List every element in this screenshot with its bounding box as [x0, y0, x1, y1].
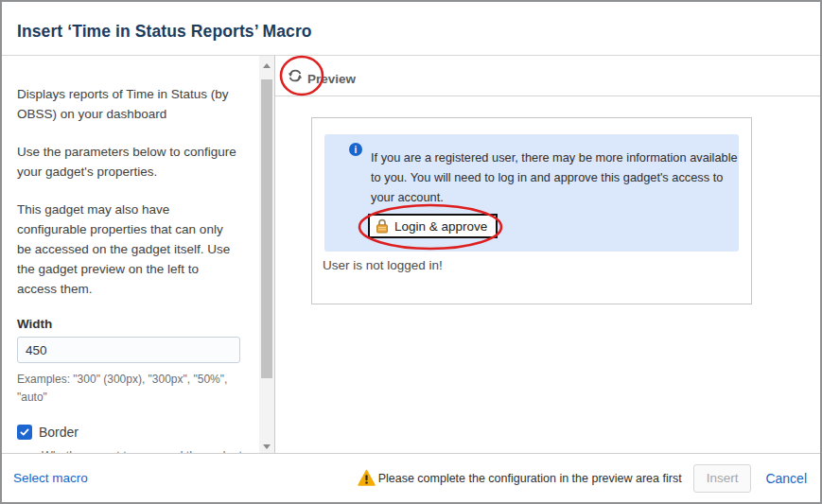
- login-approve-label: Login & approve: [394, 219, 487, 234]
- preview-panel: Preview i If you are a registered user, …: [274, 56, 820, 457]
- gadget-preview-box: i If you are a registered user, there ma…: [311, 117, 752, 304]
- warning-icon: [358, 469, 376, 487]
- check-icon: [19, 426, 30, 438]
- refresh-button[interactable]: [285, 66, 306, 87]
- scrollbar-thumb[interactable]: [261, 79, 272, 378]
- preview-label: Preview: [307, 72, 356, 86]
- border-checkbox-label: Border: [39, 425, 79, 440]
- insert-button[interactable]: Insert: [693, 464, 752, 493]
- macro-description: Displays reports of Time in Status (by O…: [17, 84, 237, 124]
- scrollbar-down-arrow-icon[interactable]: [263, 444, 271, 449]
- login-status-text: User is not logged in!: [323, 258, 443, 272]
- width-input[interactable]: [17, 337, 240, 363]
- gadget-properties-note: This gadget may also have configurable p…: [17, 200, 237, 299]
- insert-macro-dialog: Insert ‘Time in Status Reports’ Macro Di…: [0, 0, 822, 504]
- scrollbar-up-arrow-icon[interactable]: [263, 63, 271, 68]
- width-field-help: Examples: "300" (300px), "300px", "50%",…: [17, 371, 237, 407]
- info-message-text: If you are a registered user, there may …: [371, 148, 738, 207]
- dialog-title: Insert ‘Time in Status Reports’ Macro: [17, 22, 312, 42]
- parameters-hint: Use the parameters below to configure yo…: [17, 142, 237, 182]
- dialog-footer: Select macro Please complete the configu…: [2, 453, 820, 502]
- login-approve-button[interactable]: Login & approve: [368, 214, 498, 238]
- refresh-icon: [286, 66, 305, 85]
- config-panel: Displays reports of Time in Status (by O…: [2, 56, 259, 457]
- select-macro-link[interactable]: Select macro: [13, 471, 88, 485]
- config-scrollbar[interactable]: [259, 56, 274, 457]
- width-field-label: Width: [17, 317, 244, 331]
- border-checkbox[interactable]: [17, 425, 32, 440]
- cancel-link[interactable]: Cancel: [765, 471, 807, 486]
- info-message-box: i If you are a registered user, there ma…: [324, 134, 739, 252]
- dialog-header: Insert ‘Time in Status Reports’ Macro: [2, 2, 820, 56]
- configuration-warning-text: Please complete the configuration in the…: [378, 472, 682, 485]
- lock-icon: [376, 218, 389, 234]
- preview-header: Preview: [275, 56, 820, 96]
- dialog-body: Displays reports of Time in Status (by O…: [2, 56, 820, 457]
- info-icon: i: [349, 143, 362, 156]
